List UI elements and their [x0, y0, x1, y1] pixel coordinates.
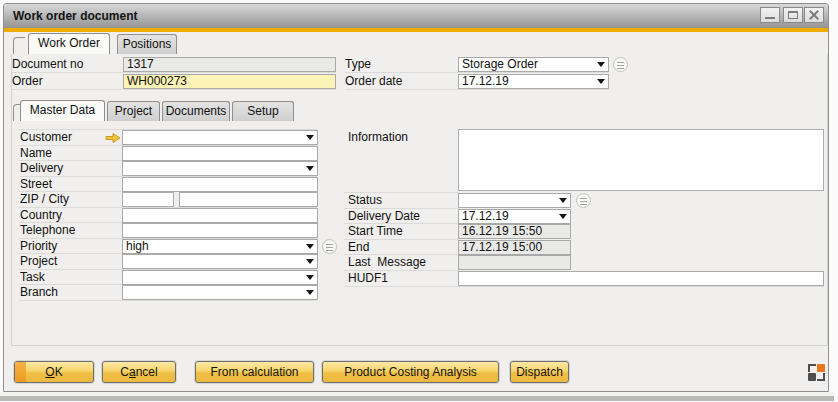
link-arrow-icon[interactable]	[105, 132, 121, 144]
divider	[19, 300, 317, 301]
dropdown-arrow-icon	[559, 198, 567, 203]
branch-label: Branch	[20, 285, 58, 300]
dropdown-arrow-icon	[306, 290, 314, 295]
tab-project-label: Project	[115, 104, 152, 118]
task-combo[interactable]	[122, 270, 318, 285]
panel-border	[11, 345, 827, 346]
start-time-label: Start Time	[348, 224, 403, 239]
expand-corner-icon	[817, 373, 825, 381]
divider	[344, 286, 824, 287]
list-lines-icon	[617, 62, 624, 69]
tab-work-order-label: Work Order	[38, 36, 100, 50]
type-combo[interactable]: Storage Order	[458, 57, 609, 72]
information-label: Information	[348, 130, 408, 145]
product-costing-analysis-label: Product Costing Analysis	[344, 365, 477, 379]
title-bar[interactable]: Work order document	[4, 4, 828, 28]
tab-documents[interactable]: Documents	[162, 101, 230, 121]
cancel-label: C	[120, 365, 129, 379]
from-calculation-button[interactable]: From calculation	[195, 361, 314, 383]
dropdown-arrow-icon	[306, 244, 314, 249]
tab-setup[interactable]: Setup	[232, 101, 294, 121]
window-title: Work order document	[13, 4, 137, 28]
document-no-label: Document no	[12, 57, 83, 72]
divider	[11, 72, 336, 73]
name-field[interactable]	[122, 146, 318, 161]
divider	[345, 72, 609, 73]
tab-positions[interactable]: Positions	[117, 34, 177, 54]
task-label: Task	[20, 270, 45, 285]
maximize-button[interactable]	[783, 7, 803, 23]
information-textarea[interactable]	[458, 129, 824, 191]
type-label: Type	[345, 57, 371, 72]
type-choose-from-list-icon[interactable]	[613, 57, 628, 72]
street-label: Street	[20, 177, 52, 192]
delivery-label: Delivery	[20, 161, 63, 176]
order-date-combo[interactable]: 17.12.19	[458, 74, 609, 89]
dropdown-arrow-icon	[306, 166, 314, 171]
customer-label: Customer	[20, 130, 72, 145]
ok-button[interactable]: OK	[14, 361, 94, 383]
cancel-label: ncel	[136, 365, 158, 379]
street-field[interactable]	[122, 177, 318, 192]
delivery-date-label: Delivery Date	[348, 209, 420, 224]
background-window-edge	[0, 396, 834, 401]
order-date-label: Order date	[345, 74, 402, 89]
list-lines-icon	[580, 198, 587, 205]
order-date-value: 17.12.19	[462, 74, 509, 88]
panel-border	[11, 54, 12, 345]
status-choose-from-list-icon[interactable]	[576, 193, 591, 208]
expand-dark-square-icon	[808, 373, 816, 381]
product-costing-analysis-button[interactable]: Product Costing Analysis	[322, 361, 499, 383]
tab-work-order[interactable]: Work Order	[28, 33, 110, 54]
project-combo[interactable]	[122, 254, 318, 269]
document-no-field: 1317	[123, 57, 336, 72]
from-calculation-label: From calculation	[210, 365, 298, 379]
zip-city-label: ZIP / City	[20, 192, 69, 207]
order-label: Order	[12, 74, 43, 89]
ok-label: K	[55, 365, 63, 379]
project-label: Project	[20, 254, 57, 269]
maximize-icon	[788, 11, 798, 19]
minimize-button[interactable]	[760, 7, 780, 23]
tab-strip-stub	[13, 37, 25, 54]
order-field[interactable]: WH000273	[123, 74, 336, 89]
panel-border	[827, 54, 828, 345]
dropdown-arrow-icon	[559, 214, 567, 219]
dropdown-arrow-icon	[597, 79, 605, 84]
dispatch-button[interactable]: Dispatch	[510, 361, 569, 383]
cancel-button[interactable]: Cancel	[102, 361, 176, 383]
last-message-field	[458, 255, 571, 270]
dropdown-arrow-icon	[306, 275, 314, 280]
branch-combo[interactable]	[122, 285, 318, 300]
end-label: End	[348, 240, 369, 255]
end-field: 17.12.19 15:00	[458, 240, 571, 255]
status-label: Status	[348, 193, 382, 208]
delivery-date-combo[interactable]: 17.12.19	[458, 209, 571, 224]
expand-corner-icon	[808, 364, 816, 372]
zip-field[interactable]	[122, 192, 174, 207]
tab-project[interactable]: Project	[107, 101, 160, 121]
name-label: Name	[20, 146, 52, 161]
close-button[interactable]	[804, 7, 824, 23]
hudf1-field[interactable]	[458, 271, 824, 286]
tab-positions-label: Positions	[123, 37, 172, 51]
accent-bar	[4, 28, 828, 32]
telephone-field[interactable]	[122, 223, 318, 238]
priority-label: Priority	[20, 239, 57, 254]
expand-form-icon[interactable]	[808, 364, 825, 381]
screen: Work order document Work Order Positions…	[0, 0, 838, 402]
customer-combo[interactable]	[122, 130, 318, 145]
priority-choose-from-list-icon[interactable]	[322, 239, 337, 254]
tab-setup-label: Setup	[247, 104, 278, 118]
dispatch-label: Dispatch	[516, 365, 563, 379]
dropdown-arrow-icon	[306, 135, 314, 140]
priority-combo[interactable]: high	[122, 239, 318, 254]
country-field[interactable]	[122, 208, 318, 223]
status-combo[interactable]	[458, 193, 571, 208]
priority-value: high	[126, 239, 149, 253]
city-field[interactable]	[179, 192, 318, 207]
tab-master-data[interactable]: Master Data	[20, 100, 105, 121]
delivery-combo[interactable]	[122, 161, 318, 176]
tab-documents-label: Documents	[166, 104, 227, 118]
cancel-label-accel: a	[129, 365, 136, 379]
